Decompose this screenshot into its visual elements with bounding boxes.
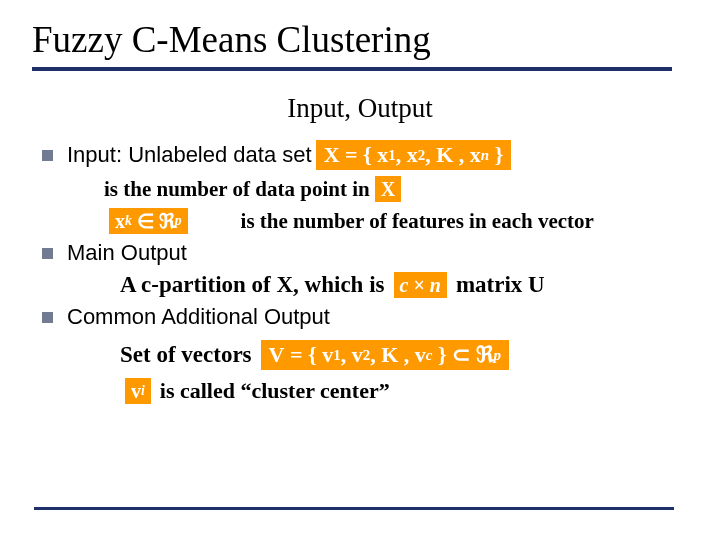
math-bold-X: X <box>324 143 340 167</box>
x-symbol-text: X <box>381 178 395 200</box>
math-cxn: c × n <box>394 272 447 298</box>
text-partition-after: matrix U <box>456 272 545 298</box>
bullet-row-additional: Common Additional Output <box>42 304 692 330</box>
slide: Fuzzy C-Means Clustering Input, Output I… <box>0 0 720 540</box>
line-vectors: Set of vectors V = { v1, v2, K , vc } ⊂ … <box>120 340 692 370</box>
math-data-set: X = { x1, x2, K , xn } <box>316 140 512 170</box>
title-rule <box>32 67 672 71</box>
bottom-rule <box>34 507 674 510</box>
text-n-desc: is the number of data point in <box>104 177 370 202</box>
text-vectors-label: Set of vectors <box>120 342 252 368</box>
bullet-icon <box>42 312 53 323</box>
content-area: Input: Unlabeled data set X = { x1, x2, … <box>42 140 692 404</box>
bullet-row-input: Input: Unlabeled data set X = { x1, x2, … <box>42 140 692 170</box>
bullet-icon <box>42 248 53 259</box>
math-xk: xk ∈ ℜp <box>109 208 188 234</box>
text-partition-before: A c-partition of X, which is <box>120 272 385 298</box>
bullet-row-main-output: Main Output <box>42 240 692 266</box>
bullet-icon <box>42 150 53 161</box>
bullet-label-main-output: Main Output <box>67 240 187 266</box>
math-V-set: V = { v1, v2, K , vc } ⊂ ℜp <box>261 340 510 370</box>
bullet-label-additional: Common Additional Output <box>67 304 330 330</box>
line-xk: xk ∈ ℜp is the number of features in eac… <box>104 208 692 234</box>
math-X-symbol: X <box>375 176 401 202</box>
line-partition: A c-partition of X, which is c × n matri… <box>120 272 692 298</box>
text-p-desc: is the number of features in each vector <box>241 209 594 234</box>
line-n-desc: is the number of data point in X <box>104 176 692 202</box>
text-vi-desc: is called “cluster center” <box>160 378 390 404</box>
slide-title: Fuzzy C-Means Clustering <box>32 18 692 61</box>
bullet-label-input: Input: Unlabeled data set <box>67 142 312 168</box>
math-vi: vi <box>125 378 151 404</box>
line-cluster-center: vi is called “cluster center” <box>120 378 692 404</box>
slide-subtitle: Input, Output <box>28 93 692 124</box>
